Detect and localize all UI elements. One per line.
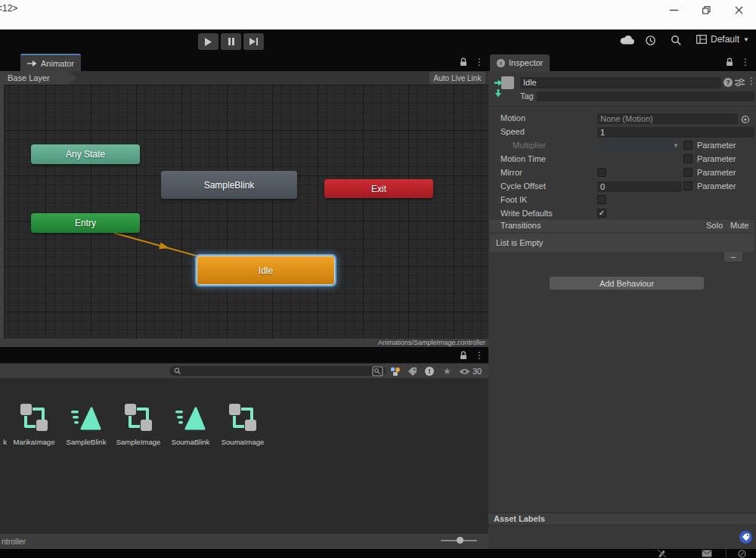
dropdown-field[interactable]: ▼ xyxy=(597,141,682,151)
unity-editor-window: <12> Default xyxy=(0,0,756,558)
maximize-button[interactable] xyxy=(691,0,721,20)
breadcrumb-base-layer[interactable]: Base Layer xyxy=(0,71,77,85)
progress-icon[interactable] xyxy=(738,549,746,558)
kebab-menu-icon[interactable]: ⋮ xyxy=(741,57,750,67)
checkbox[interactable] xyxy=(683,168,692,177)
property-label: Cycle Offset xyxy=(500,181,546,191)
lock-icon[interactable] xyxy=(460,351,467,360)
checkbox[interactable] xyxy=(597,195,606,204)
kebab-menu-icon[interactable]: ⋮ xyxy=(747,76,756,85)
hidden-count: 30 xyxy=(472,367,482,376)
inspector-row-mirror: MirrorParameter xyxy=(488,166,756,180)
search-button[interactable] xyxy=(671,35,681,45)
checkbox[interactable] xyxy=(683,154,692,163)
kebab-menu-icon[interactable]: ⋮ xyxy=(475,57,484,67)
asset-sampleblink[interactable]: SampleBlink xyxy=(61,401,111,446)
lock-icon[interactable] xyxy=(726,57,733,67)
search-icon xyxy=(671,35,681,45)
filter-by-type-button[interactable] xyxy=(390,365,401,377)
play-icon xyxy=(205,38,212,46)
asset-label: SampleBlink xyxy=(61,438,111,446)
type-filter-icon xyxy=(390,366,401,377)
transition-edge[interactable] xyxy=(0,85,488,339)
tag-label: Tag xyxy=(520,91,534,101)
divider xyxy=(726,549,727,558)
asset-marikaimage[interactable]: MarikaImage xyxy=(9,401,59,446)
play-button[interactable] xyxy=(198,33,218,50)
animation-clip-icon xyxy=(69,401,104,436)
filter-by-label-button[interactable] xyxy=(407,365,417,377)
preset-icon[interactable] xyxy=(735,78,745,87)
asset-k[interactable]: k xyxy=(0,401,7,446)
checkbox[interactable] xyxy=(683,141,692,150)
asset-label-tag-button[interactable] xyxy=(739,531,752,544)
pause-button[interactable] xyxy=(221,33,241,50)
layout-icon xyxy=(696,35,707,44)
divider xyxy=(488,106,756,107)
state-node-sampleblink[interactable]: SampleBlink xyxy=(161,171,297,199)
asset-label: k xyxy=(0,438,7,446)
history-button[interactable] xyxy=(645,35,656,46)
favorites-button[interactable]: ★ xyxy=(443,365,451,377)
project-toolbar: ! ★ 30 xyxy=(0,363,488,378)
property-label: Multiplier xyxy=(513,141,546,150)
animator-tabstrip: Animator ⋮ xyxy=(0,53,488,71)
cloud-button[interactable] xyxy=(620,35,634,45)
layout-label: Default xyxy=(711,34,739,45)
auto-live-link-button[interactable]: Auto Live Link xyxy=(429,72,485,84)
state-machine-graph[interactable]: Any StateSampleBlinkExitEntryIdle xyxy=(0,85,488,339)
eye-icon xyxy=(459,368,470,375)
lock-icon[interactable] xyxy=(460,57,467,67)
asset-sampleimage[interactable]: SampleImage xyxy=(113,401,163,446)
state-node-any-state[interactable]: Any State xyxy=(31,144,140,164)
asset-label: SoumaImage xyxy=(218,438,268,446)
inspector-panel: Idle ? ⋮ Tag MotionNone (Motion)Speed1Mu… xyxy=(488,71,756,549)
project-asset-grid[interactable]: kMarikaImageSampleBlinkSampleImageSoumaB… xyxy=(0,378,488,534)
object-field[interactable]: None (Motion) xyxy=(597,113,738,124)
text-field[interactable]: 1 xyxy=(597,127,754,138)
animator-controller-icon xyxy=(121,401,156,436)
animator-controller-icon xyxy=(225,401,260,436)
step-button[interactable] xyxy=(243,33,264,50)
thumbnail-zoom-knob[interactable] xyxy=(457,537,463,544)
help-icon[interactable]: ? xyxy=(723,78,733,87)
tab-animator[interactable]: Animator xyxy=(20,54,81,71)
animator-breadcrumb-bar: Base Layer Auto Live Link xyxy=(0,71,488,85)
property-label: Motion xyxy=(500,113,525,122)
asset-soumaimage[interactable]: SoumaImage xyxy=(218,401,268,446)
project-search-input[interactable] xyxy=(184,367,381,375)
open-in-search-button[interactable] xyxy=(372,365,383,377)
alert-button[interactable]: ! xyxy=(425,365,434,377)
remove-transition-button[interactable]: – xyxy=(724,252,742,262)
asset-soumablink[interactable]: SoumaBlink xyxy=(166,401,215,446)
tag-field[interactable] xyxy=(537,91,754,101)
mute-label: Mute xyxy=(730,221,748,230)
add-behaviour-button[interactable]: Add Behaviour xyxy=(550,277,704,290)
inspector-row-multiplier: Multiplier▼Parameter xyxy=(488,139,756,153)
state-node-idle[interactable]: Idle xyxy=(197,256,335,285)
property-label: Motion Time xyxy=(500,154,546,163)
checkbox[interactable] xyxy=(683,181,692,191)
project-search-box[interactable] xyxy=(169,366,386,376)
text-field[interactable]: 0 xyxy=(597,181,682,192)
close-button[interactable] xyxy=(723,0,754,20)
step-icon xyxy=(249,38,256,45)
tab-inspector[interactable]: i Inspector xyxy=(490,54,550,71)
inspector-row-foot-ik: Foot IK xyxy=(488,194,756,207)
console-mail-icon[interactable] xyxy=(702,549,712,558)
visibility-toggle[interactable]: 30 xyxy=(459,365,482,377)
asset-labels-header[interactable]: Asset Labels xyxy=(488,513,756,525)
layout-dropdown[interactable]: Default ▼ xyxy=(696,34,749,45)
state-icon xyxy=(493,74,517,98)
restore-icon xyxy=(702,6,711,14)
checkbox[interactable] xyxy=(597,168,606,177)
state-name-field[interactable]: Idle xyxy=(520,77,721,88)
parameter-label: Parameter xyxy=(697,168,736,177)
kebab-menu-icon[interactable]: ⋮ xyxy=(475,351,484,360)
minimize-button[interactable] xyxy=(658,0,689,20)
state-node-entry[interactable]: Entry xyxy=(31,213,140,233)
state-node-exit[interactable]: Exit xyxy=(324,179,433,198)
lighting-off-icon[interactable] xyxy=(657,549,667,558)
animation-clip-icon xyxy=(173,401,208,436)
checkbox[interactable]: ✓ xyxy=(597,209,606,218)
